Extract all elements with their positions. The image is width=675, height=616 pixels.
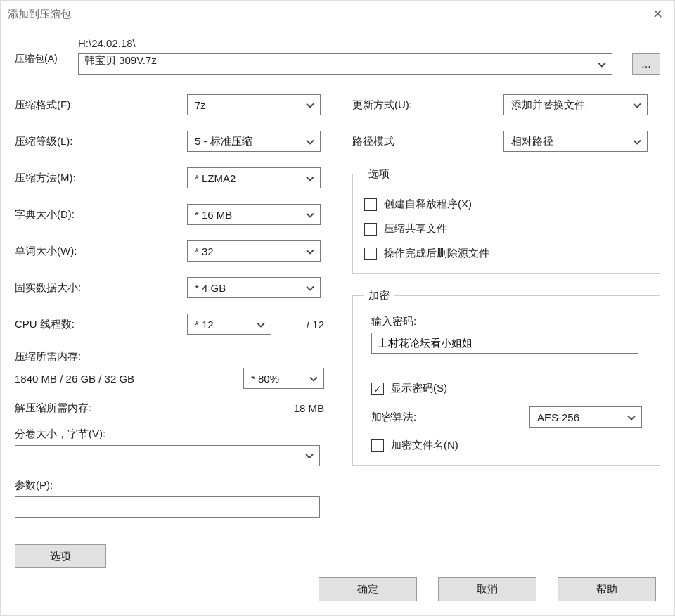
- chevron-down-icon: [306, 172, 314, 184]
- threads-select[interactable]: * 12: [187, 314, 271, 335]
- params-label: 参数(P):: [15, 479, 324, 492]
- browse-button[interactable]: ...: [632, 53, 660, 75]
- pathmode-row: 路径模式 相对路径: [352, 131, 660, 152]
- method-label: 压缩方法(M):: [15, 172, 187, 185]
- left-column: 压缩格式(F): 7z 压缩等级(L): 5 - 标准压缩 压缩方法(M): *…: [15, 94, 338, 568]
- shared-label: 压缩共享文件: [384, 222, 447, 236]
- titlebar: 添加到压缩包 ✕: [1, 1, 674, 27]
- chevron-down-icon: [633, 136, 641, 148]
- pathmode-label: 路径模式: [352, 135, 503, 148]
- threads-total: / 12: [307, 319, 324, 331]
- mem-decompress-value: 18 MB: [294, 402, 324, 414]
- options-button[interactable]: 选项: [15, 544, 106, 568]
- chevron-down-icon: [633, 99, 641, 111]
- update-row: 更新方式(U): 添加并替换文件: [352, 94, 660, 115]
- delafter-checkbox-row[interactable]: 操作完成后删除源文件: [364, 247, 648, 260]
- chevron-down-icon: [309, 373, 318, 385]
- dict-row: 字典大小(D): * 16 MB: [15, 204, 324, 225]
- chevron-down-icon: [305, 450, 314, 461]
- mem-compress-label: 压缩所需内存:: [15, 350, 324, 364]
- pathmode-select[interactable]: 相对路径: [503, 131, 648, 152]
- checkbox-icon: [364, 223, 377, 236]
- mem-compress-block: 压缩所需内存: 1840 MB / 26 GB / 32 GB * 80%: [15, 350, 324, 389]
- window-title: 添加到压缩包: [8, 8, 71, 21]
- delafter-label: 操作完成后删除源文件: [384, 247, 489, 260]
- level-row: 压缩等级(L): 5 - 标准压缩: [15, 131, 324, 152]
- options-legend: 选项: [364, 167, 394, 181]
- encrypt-filename-checkbox-row[interactable]: 加密文件名(N): [371, 439, 648, 452]
- chevron-down-icon: [306, 209, 314, 221]
- sfx-checkbox-row[interactable]: 创建自释放程序(X): [364, 198, 648, 211]
- method-row: 压缩方法(M): * LZMA2: [15, 167, 324, 188]
- format-row: 压缩格式(F): 7z: [15, 94, 324, 115]
- threads-label: CPU 线程数:: [15, 318, 187, 331]
- show-password-checkbox-row[interactable]: ✓ 显示密码(S): [371, 382, 648, 395]
- solid-row: 固实数据大小: * 4 GB: [15, 277, 324, 298]
- password-input[interactable]: [371, 333, 638, 354]
- encrypt-filename-label: 加密文件名(N): [391, 439, 458, 452]
- chevron-down-icon: [598, 58, 606, 70]
- chevron-down-icon: [257, 319, 265, 331]
- chevron-down-icon: [627, 411, 636, 423]
- volume-select[interactable]: [15, 445, 320, 466]
- level-select[interactable]: 5 - 标准压缩: [187, 131, 321, 152]
- word-label: 单词大小(W):: [15, 245, 187, 258]
- format-select[interactable]: 7z: [187, 94, 321, 115]
- word-select[interactable]: * 32: [187, 240, 321, 262]
- checkbox-icon: [364, 198, 377, 211]
- checkbox-icon: [364, 248, 377, 260]
- archive-row: 压缩包(A) H:\24.02.18\ 韩宝贝 309V.7z ...: [15, 37, 660, 75]
- chevron-down-icon: [306, 136, 314, 148]
- encrypt-group: 加密 输入密码: ✓ 显示密码(S) 加密算法: AES-256 加密文件: [352, 289, 660, 466]
- archive-path: H:\24.02.18\: [78, 37, 660, 49]
- mem-decompress-row: 解压缩所需内存: 18 MB: [15, 402, 324, 415]
- cancel-button[interactable]: 取消: [438, 577, 536, 601]
- volume-label: 分卷大小，字节(V):: [15, 428, 324, 441]
- mem-pct-select[interactable]: * 80%: [243, 368, 324, 389]
- chevron-down-icon: [306, 245, 314, 257]
- options-group: 选项 创建自释放程序(X) 压缩共享文件 操作完成后删除源文件: [352, 167, 660, 274]
- method-select[interactable]: * LZMA2: [187, 167, 321, 188]
- right-column: 更新方式(U): 添加并替换文件 路径模式 相对路径 选项 创建自释放程序(X): [338, 94, 660, 568]
- params-block: 参数(P):: [15, 479, 324, 518]
- threads-row: CPU 线程数: * 12 / 12: [15, 314, 324, 335]
- solid-select[interactable]: * 4 GB: [187, 277, 321, 298]
- ok-button[interactable]: 确定: [319, 577, 417, 601]
- sfx-label: 创建自释放程序(X): [384, 198, 472, 211]
- help-button[interactable]: 帮助: [558, 577, 656, 601]
- checkbox-icon: [371, 439, 384, 452]
- archive-filename-select[interactable]: 韩宝贝 309V.7z: [78, 53, 612, 75]
- mem-decompress-label: 解压缩所需内存:: [15, 402, 91, 415]
- archive-label: 压缩包(A): [15, 37, 78, 65]
- password-label: 输入密码:: [371, 315, 648, 328]
- show-password-label: 显示密码(S): [391, 382, 447, 395]
- dict-label: 字典大小(D):: [15, 208, 187, 222]
- enc-alg-label: 加密算法:: [371, 411, 529, 424]
- archive-filename: 韩宝贝 309V.7z: [84, 54, 157, 66]
- volume-block: 分卷大小，字节(V):: [15, 428, 324, 466]
- enc-alg-row: 加密算法: AES-256: [371, 406, 648, 428]
- checkbox-checked-icon: ✓: [371, 383, 384, 395]
- close-icon[interactable]: ✕: [648, 6, 667, 22]
- shared-checkbox-row[interactable]: 压缩共享文件: [364, 222, 648, 236]
- chevron-down-icon: [306, 99, 314, 111]
- dict-select[interactable]: * 16 MB: [187, 204, 321, 225]
- enc-alg-select[interactable]: AES-256: [529, 406, 642, 428]
- word-row: 单词大小(W): * 32: [15, 240, 324, 262]
- mem-compress-value: 1840 MB / 26 GB / 32 GB: [15, 373, 134, 385]
- level-label: 压缩等级(L):: [15, 135, 187, 148]
- button-bar: 确定 取消 帮助: [1, 577, 674, 601]
- dialog-content: 压缩包(A) H:\24.02.18\ 韩宝贝 309V.7z ... 压缩格式…: [1, 27, 674, 568]
- encrypt-legend: 加密: [364, 289, 394, 302]
- solid-label: 固实数据大小:: [15, 281, 187, 295]
- params-input[interactable]: [15, 496, 320, 518]
- chevron-down-icon: [306, 282, 314, 294]
- format-label: 压缩格式(F):: [15, 98, 187, 112]
- update-label: 更新方式(U):: [352, 98, 503, 112]
- update-select[interactable]: 添加并替换文件: [503, 94, 648, 115]
